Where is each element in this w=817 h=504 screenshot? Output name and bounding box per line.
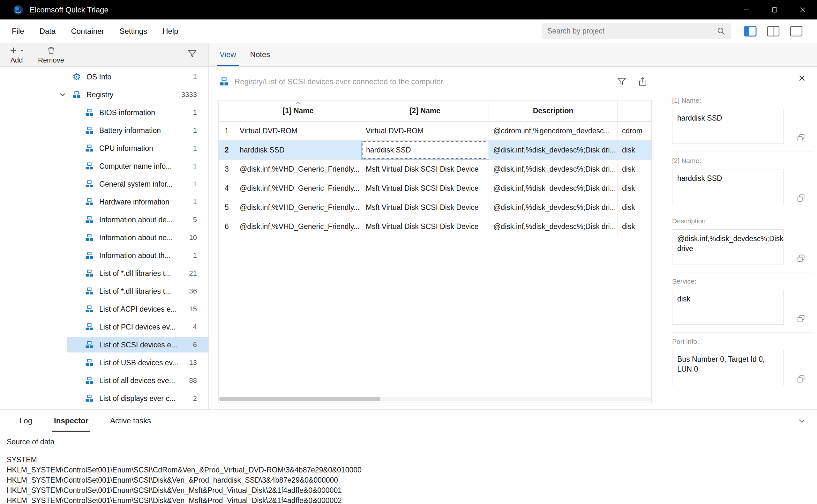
cell-name-1[interactable]: @disk.inf,%VHD_Generic_Friendly... <box>235 217 361 236</box>
chevron-down-icon[interactable] <box>54 91 71 98</box>
table-row[interactable]: 3@disk.inf,%VHD_Generic_Friendly...Msft … <box>219 160 651 179</box>
item-count: 1 <box>193 180 197 188</box>
remove-button[interactable]: Remove <box>38 45 64 64</box>
tab-log[interactable]: Log <box>18 410 34 432</box>
cell-name-1[interactable]: @disk.inf,%VHD_Generic_Friendly... <box>235 160 361 179</box>
maximize-button[interactable] <box>761 0 789 19</box>
table-row[interactable]: 6@disk.inf,%VHD_Generic_Friendly...Msft … <box>219 217 651 236</box>
sidebar-item[interactable]: Computer name info...1 <box>0 157 208 175</box>
col-row-number[interactable] <box>219 100 235 121</box>
layout-full-icon[interactable] <box>789 24 803 38</box>
sidebar-item[interactable]: Registry3333 <box>0 86 208 104</box>
field-value[interactable]: disk <box>672 290 784 325</box>
sidebar-item[interactable]: Information about th...1 <box>0 247 208 264</box>
item-count: 4 <box>193 323 197 331</box>
sidebar-item[interactable]: Hardware information1 <box>0 193 208 211</box>
sidebar-item[interactable]: CPU information1 <box>0 139 208 157</box>
sidebar-item-label: List of PCI devices ev... <box>99 323 175 331</box>
tab-inspector[interactable]: Inspector <box>52 410 90 432</box>
cell-description[interactable]: @disk.inf,%disk_devdesc%;Disk dri... <box>489 179 618 198</box>
sidebar-item[interactable]: List of *.dll libraries t...36 <box>0 282 208 300</box>
sidebar-item[interactable]: List of ACPI devices e...15 <box>0 300 208 318</box>
table-row[interactable]: 4@disk.inf,%VHD_Generic_Friendly...Msft … <box>219 179 651 198</box>
filter-icon[interactable] <box>187 48 197 59</box>
cell-name-2[interactable]: Msft Virtual Disk SCSI Disk Device <box>361 217 489 236</box>
layout-left-panel-icon[interactable] <box>743 24 757 38</box>
sidebar-item[interactable]: List of PCI devices ev...4 <box>0 318 208 336</box>
tab-active-tasks[interactable]: Active tasks <box>108 410 153 432</box>
cell-service[interactable]: disk <box>618 160 651 179</box>
cell-description[interactable]: @disk.inf,%disk_devdesc%;Disk dri... <box>489 198 618 217</box>
cell-service[interactable]: cdrom <box>618 122 651 140</box>
sidebar-item[interactable]: List of USB devices ev...13 <box>0 354 208 372</box>
sidebar-item[interactable]: List of all devices eve...88 <box>0 372 208 389</box>
cell-name-2[interactable]: Msft Virtual Disk SCSI Disk Device <box>361 179 489 198</box>
sidebar-item[interactable]: List of *.dll libraries t...21 <box>0 264 208 282</box>
add-button[interactable]: Add <box>9 45 25 64</box>
sidebar-item[interactable]: ⚙OS Info1 <box>0 68 208 86</box>
cell-name-1[interactable]: Virtual DVD-ROM <box>235 122 361 140</box>
search-box[interactable] <box>542 23 731 39</box>
minimize-button[interactable] <box>732 0 761 19</box>
sidebar-item[interactable]: List of displays ever c...2 <box>0 389 208 407</box>
copy-icon[interactable] <box>796 193 806 203</box>
item-count: 5 <box>193 216 197 224</box>
field-value[interactable]: Bus Number 0, Target Id 0, LUN 0 <box>672 350 784 385</box>
menu-container[interactable]: Container <box>71 27 104 36</box>
sidebar-item[interactable]: BIOS information1 <box>0 104 208 122</box>
cell-description[interactable]: @disk.inf,%disk_devdesc%;Disk dri... <box>489 141 618 159</box>
menu-file[interactable]: File <box>12 27 24 36</box>
field-value[interactable]: harddisk SSD <box>672 169 784 204</box>
cell-description[interactable]: @disk.inf,%disk_devdesc%;Disk dri... <box>489 217 618 236</box>
cell-description[interactable]: @disk.inf,%disk_devdesc%;Disk dri... <box>489 160 618 179</box>
col-service[interactable] <box>618 100 651 121</box>
sidebar-item[interactable]: Information about de...5 <box>0 211 208 229</box>
menu-settings[interactable]: Settings <box>119 27 147 36</box>
chevron-down-icon[interactable] <box>798 417 806 425</box>
copy-icon[interactable] <box>796 254 806 263</box>
cell-service[interactable]: disk <box>618 198 651 217</box>
cell-name-1[interactable]: @disk.inf,%VHD_Generic_Friendly... <box>235 198 361 217</box>
close-icon[interactable] <box>798 74 806 83</box>
field-value[interactable]: harddisk SSD <box>672 109 784 144</box>
cell-service[interactable]: disk <box>618 179 651 198</box>
copy-icon[interactable] <box>796 314 806 323</box>
cell-name-1[interactable]: @disk.inf,%VHD_Generic_Friendly... <box>235 179 361 198</box>
copy-icon[interactable] <box>796 133 806 143</box>
cell-name-2[interactable]: Virtual DVD-ROM <box>361 122 489 140</box>
sidebar-item[interactable]: Battery information1 <box>0 122 208 139</box>
col-name-1[interactable]: [1] Name <box>235 100 361 121</box>
col-description[interactable]: Description <box>489 100 618 121</box>
table-row[interactable]: 2harddisk SSDharddisk SSD@disk.inf,%disk… <box>219 141 651 160</box>
export-icon[interactable] <box>637 76 648 87</box>
close-button[interactable] <box>789 0 817 19</box>
menu-help[interactable]: Help <box>162 27 178 36</box>
table-row[interactable]: 5@disk.inf,%VHD_Generic_Friendly...Msft … <box>219 198 651 217</box>
cell-description[interactable]: @cdrom.inf,%gencdrom_devdesc... <box>489 122 618 140</box>
cell-name-2[interactable]: Msft Virtual Disk SCSI Disk Device <box>361 198 489 217</box>
sidebar-item[interactable]: List of SCSI devices e...6 <box>0 336 208 354</box>
cell-service[interactable]: disk <box>618 141 651 159</box>
filter-icon[interactable] <box>616 76 627 87</box>
table-row[interactable]: 1Virtual DVD-ROMVirtual DVD-ROM@cdrom.in… <box>219 122 651 141</box>
scrollbar-thumb[interactable] <box>219 397 380 401</box>
search-input[interactable] <box>547 27 717 35</box>
tab-notes[interactable]: Notes <box>248 43 273 66</box>
copy-icon[interactable] <box>796 374 806 384</box>
col-name-2[interactable]: [2] Name <box>361 100 489 121</box>
horizontal-scrollbar[interactable] <box>219 397 651 401</box>
layout-split-icon[interactable] <box>766 24 780 38</box>
cell-name-2[interactable]: harddisk SSD <box>361 141 489 159</box>
tab-view[interactable]: View <box>217 43 239 66</box>
sidebar-item[interactable]: Information about ne...10 <box>0 229 208 247</box>
cell-name-1[interactable]: harddisk SSD <box>235 141 361 159</box>
menu-data[interactable]: Data <box>40 27 56 36</box>
field-value[interactable]: @disk.inf,%disk_devdesc%;Disk drive <box>672 229 784 264</box>
sidebar-item[interactable]: General system infor...1 <box>0 175 208 193</box>
cell-service[interactable]: disk <box>618 217 651 236</box>
source-line: HKLM_SYSTEM\ControlSet001\Enum\SCSI\Disk… <box>7 495 817 504</box>
registry-icon <box>84 180 95 188</box>
search-icon[interactable] <box>717 26 726 36</box>
cell-name-2[interactable]: Msft Virtual Disk SCSI Disk Device <box>361 160 489 179</box>
row-number: 3 <box>219 160 235 179</box>
